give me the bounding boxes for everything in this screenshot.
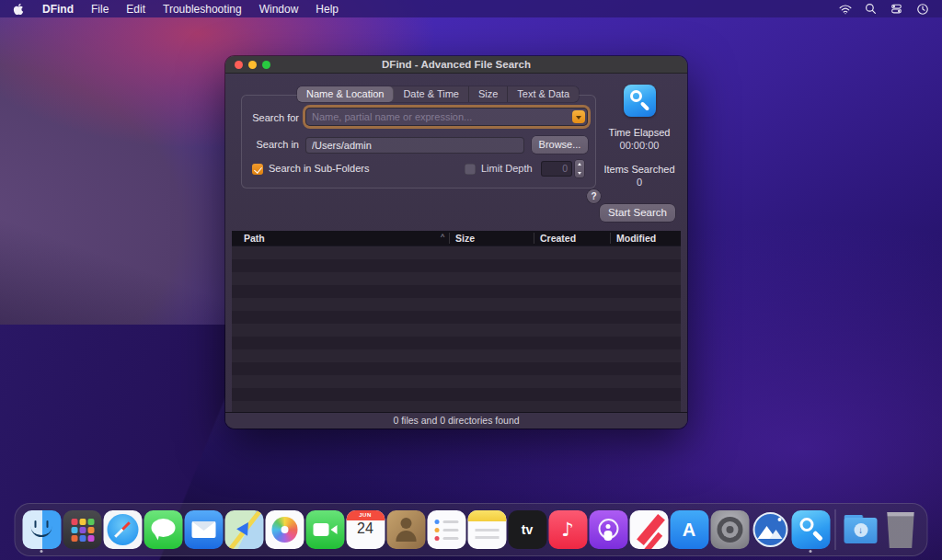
menu-bar: DFind File Edit Troubleshooting Window H… [0,0,942,17]
tab-text-data[interactable]: Text & Data [508,86,579,102]
results-table-header: Path ^ Size Created Modified [232,231,681,246]
depth-value-field[interactable]: 0 [541,161,572,177]
dock-contacts-icon[interactable] [386,506,426,554]
tab-bar: Name & Location Date & Time Size Text & … [297,86,579,102]
search-for-label: Search for [235,112,299,123]
menu-troubleshooting[interactable]: Troubleshooting [163,3,242,16]
dock-finder-icon[interactable] [22,506,62,554]
menu-app-name[interactable]: DFind [42,3,74,16]
desktop: { "menu_bar": { "apple_icon": "apple-log… [0,0,942,560]
dock-launchpad-icon[interactable] [63,506,102,554]
menu-help[interactable]: Help [316,3,339,16]
browse-button[interactable]: Browse... [532,136,588,154]
dock-maps-icon[interactable] [224,506,264,554]
time-elapsed-value: 00:00:00 [593,140,685,151]
dock-messages-icon[interactable] [144,506,183,554]
tab-date-time[interactable]: Date & Time [394,86,469,102]
limit-depth-checkbox[interactable] [465,164,476,175]
dock-notes-icon[interactable] [467,506,507,554]
dock-podcasts-icon[interactable] [589,506,628,554]
dfind-window: DFind - Advanced File Search Name & Loca… [225,56,687,429]
dock-safari-icon[interactable] [103,506,143,554]
help-button[interactable]: ? [587,189,601,203]
dock-separator [835,509,836,550]
dock-news-icon[interactable] [629,506,669,554]
dock-mail-icon[interactable] [184,506,224,554]
control-center-icon[interactable] [890,2,903,16]
start-search-button[interactable]: Start Search [600,204,675,222]
search-for-input[interactable] [306,109,587,125]
dock-photos-icon[interactable] [265,506,304,554]
dfind-app-icon [624,85,656,117]
tab-name-location[interactable]: Name & Location [297,86,394,102]
column-header-path[interactable]: Path [244,231,265,246]
column-header-created[interactable]: Created [540,231,576,246]
subfolders-label[interactable]: Search in Sub-Folders [269,163,369,174]
depth-stepper[interactable] [575,160,584,177]
dock-reminders-icon[interactable] [427,506,466,554]
search-in-field [305,137,524,154]
spotlight-search-icon[interactable] [864,2,878,16]
wifi-icon[interactable] [838,2,852,16]
dock-mountain-app-icon[interactable] [751,506,790,554]
dock-facetime-icon[interactable] [305,506,345,554]
tab-size[interactable]: Size [469,86,508,102]
window-titlebar[interactable]: DFind - Advanced File Search [225,56,687,74]
window-title: DFind - Advanced File Search [225,56,687,74]
limit-depth-label[interactable]: Limit Depth [481,163,533,174]
items-searched-label: Items Searched [593,164,685,175]
dock-trash-icon[interactable] [881,506,921,554]
search-in-input[interactable] [306,138,523,153]
column-header-size[interactable]: Size [455,231,475,246]
dock: JUN 24 tv ♪ A [15,503,928,556]
search-for-combobox [305,108,588,126]
apple-menu-icon[interactable] [13,3,25,16]
dock-music-icon[interactable]: ♪ [548,506,588,554]
magnifier-icon [630,90,642,102]
search-history-dropdown-icon[interactable] [572,110,585,123]
results-status-bar: 0 files and 0 directories found [225,412,687,429]
dock-downloads-folder-icon[interactable]: ↓ [841,506,880,554]
clock-icon[interactable] [915,2,929,16]
sort-ascending-icon[interactable]: ^ [441,231,444,246]
results-table-body[interactable] [232,246,681,412]
subfolders-checkbox[interactable] [252,164,263,175]
dock-dfind-icon[interactable] [791,506,831,554]
column-header-modified[interactable]: Modified [616,231,656,246]
search-in-label: Search in [235,139,299,150]
results-table: Path ^ Size Created Modified [232,231,681,429]
items-searched-value: 0 [593,177,685,188]
time-elapsed-label: Time Elapsed [593,127,685,138]
dock-app-store-icon[interactable]: A [670,506,709,554]
menu-file[interactable]: File [91,3,109,16]
menu-window[interactable]: Window [259,3,299,16]
dock-calendar-icon[interactable]: JUN 24 [346,506,385,554]
dock-apple-tv-icon[interactable]: tv [508,506,547,554]
menu-edit[interactable]: Edit [126,3,145,16]
dock-system-preferences-icon[interactable] [710,506,750,554]
